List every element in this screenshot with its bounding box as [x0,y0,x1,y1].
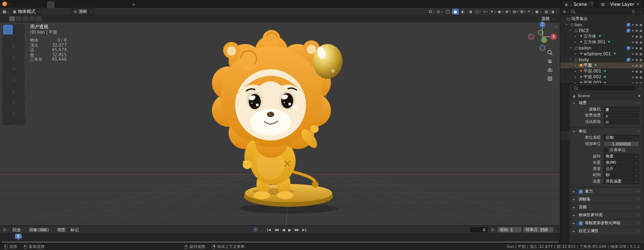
tab-physics[interactable] [560,177,569,186]
shading-rendered[interactable]: ◑✕⌄ [467,9,474,15]
outliner-row[interactable]: ▸ ▢ ▼ 平面.002 ▼ ✓ ➤ ◉ ▣ [560,74,644,80]
restrict-select-icon[interactable]: ➤ [632,70,634,73]
disclosure-arrow-icon[interactable]: ▸ [575,70,579,73]
disable-in-renders-icon[interactable]: ▣ [639,52,642,56]
collection-include-checkbox[interactable]: ✓ [627,46,630,50]
active-clip-field[interactable]: ▤ [604,119,639,125]
navigation-gizmo[interactable]: Z X [524,17,560,53]
toggle-armature-visibility[interactable]: ◍✕⌄ [512,9,519,15]
disable-in-renders-icon[interactable]: ▣ [639,46,642,50]
hide-in-viewport-icon[interactable]: ◉ [635,64,638,68]
tool-transform[interactable] [14,47,24,57]
hide-in-viewport-icon[interactable]: ◉ [635,58,638,62]
workspace-tab[interactable] [70,1,77,8]
select-mode-subtract[interactable] [22,16,28,21]
unit-scale-field[interactable]: 1.000000 [604,141,639,147]
disable-in-renders-icon[interactable]: ▣ [639,29,642,32]
outliner-row[interactable]: ▸ ▢ ▼ 立方体.001 ▼ ✓ ➤ ◉ ▣ [560,39,644,45]
tab-view-layer[interactable] [560,122,569,131]
workspace-tab[interactable] [92,1,99,8]
properties-options-dropdown[interactable]: ⌄ [639,86,642,90]
view-layer-selector[interactable]: ▤⌄ View Layer ✕ [599,1,642,7]
tool-spin[interactable] [14,103,24,113]
filter-icon[interactable]: ▽ [630,9,637,15]
proportional-editing-dropdown[interactable]: ◎✕⌄ [436,9,444,15]
workspace-tab[interactable] [122,1,129,8]
disclosure-arrow-icon[interactable]: ▾ [570,58,574,61]
hide-in-viewport-icon[interactable]: ◉ [635,70,638,73]
restrict-select-icon[interactable]: ➤ [632,29,634,32]
auto-keyframe-toggle[interactable]: ⦿ [252,227,259,232]
tab-scene[interactable] [560,131,569,140]
search-icon[interactable] [571,10,574,13]
preview-range-toggle[interactable]: ◷ [489,227,496,232]
timeline-menu-item[interactable]: 视图⌄ [55,226,68,234]
time-unit-dropdown[interactable]: 秒⌄ [604,172,639,178]
toggle-perspective-icon[interactable] [547,76,553,82]
restrict-select-icon[interactable]: ➤ [632,40,634,44]
pan-hand-icon[interactable] [547,58,553,64]
workspace-tab[interactable] [85,1,92,8]
disclosure-arrow-icon[interactable]: ▸ [575,35,579,38]
tool-shear[interactable] [14,115,24,125]
tab-object-data[interactable] [560,195,569,204]
panel-checkbox[interactable]: ✓ [579,190,583,194]
shading-wireframe[interactable]: ◯✕⌄ [445,9,451,15]
restrict-select-icon[interactable]: ➤ [632,75,634,79]
tool-move[interactable] [3,36,13,46]
unit-system-dropdown[interactable]: 公制⌄ [604,135,639,140]
tool-rotate[interactable] [14,36,24,46]
workspace-tab[interactable] [114,1,122,8]
disclosure-arrow-icon[interactable]: ▾ [570,29,574,32]
toggle-curve-visibility[interactable]: ∿✕⌄ [482,9,489,15]
hide-in-viewport-icon[interactable]: ◉ [635,75,638,79]
sidebar-toggle-arrow[interactable]: ‹ [555,25,557,29]
tab-render[interactable] [560,104,569,112]
workspace-tab[interactable] [55,1,62,8]
tab-output[interactable] [560,113,569,122]
scene-camera-field[interactable]: ◙ [604,107,639,112]
disclosure-arrow-icon[interactable]: ▸ [575,64,579,67]
disclosure-arrow-icon[interactable]: ▸ [575,75,579,79]
add-workspace-button[interactable]: + [129,1,138,8]
timeline-menu-item[interactable]: 标记⌄ [68,226,81,234]
tab-world[interactable] [560,140,569,149]
collection-include-checkbox[interactable]: ✓ [627,58,630,62]
camera-view-icon[interactable] [547,67,553,73]
temperature-unit-dropdown[interactable]: 开氏温度⌄ [604,179,639,184]
hide-in-viewport-icon[interactable]: ◉ [635,23,638,27]
timeline-playhead[interactable]: 0 [15,234,22,240]
disable-in-renders-icon[interactable]: ▣ [639,35,642,38]
new-scene-button[interactable]: ❐ [589,2,592,6]
timeline-ruler[interactable]: 0 [0,233,560,240]
tool-scale[interactable] [3,47,13,57]
hide-in-viewport-icon[interactable]: ◉ [635,46,638,50]
background-scene-field[interactable]: ◭ [604,113,639,118]
tab-constraints[interactable] [560,186,569,195]
collection-include-checkbox[interactable]: ✓ [627,23,630,27]
separate-units-checkbox[interactable] [604,148,608,152]
toggle-mesh-visibility[interactable]: ▢✕⌄ [475,9,482,15]
play-button[interactable]: ▶ [287,228,292,232]
tool-bevel[interactable] [14,81,24,91]
render-preview-dropdown[interactable]: ◑✕⌄ [550,9,558,15]
hide-in-viewport-icon[interactable]: ◉ [635,29,638,32]
3d-viewport[interactable]: 选择⌄ 用户透视 (0) lion | 平面 物体 0 / 8 [0,15,560,225]
workspace-tab[interactable] [62,1,70,8]
blender-logo-menu[interactable]: ⌄ [2,2,11,6]
jump-to-end-button[interactable]: ▶❙ [301,228,308,232]
outliner-options-dropdown[interactable]: ⌄ [639,10,642,13]
rotation-unit-dropdown[interactable]: 角度⌄ [604,154,639,159]
restrict-select-icon[interactable]: ➤ [632,23,634,27]
collapsed-panel[interactable]: ▸ ✓ 音频 ⠿⠿ [571,204,642,211]
outliner-row[interactable]: ▾ ▢ ▼ FACE ▼ ✓ ➤ ◉ ▣ [560,28,644,33]
restrict-select-icon[interactable]: ➤ [632,58,634,62]
hide-in-viewport-icon[interactable]: ◉ [635,35,638,38]
hide-in-viewport-icon[interactable]: ◉ [635,40,638,44]
tab-texture[interactable] [560,214,569,222]
tool-measure[interactable] [14,58,24,68]
workspace-tab[interactable] [99,1,107,8]
pin-icon[interactable]: ◉ [638,94,641,98]
tab-material[interactable] [560,205,569,213]
restrict-select-icon[interactable]: ➤ [632,64,634,68]
